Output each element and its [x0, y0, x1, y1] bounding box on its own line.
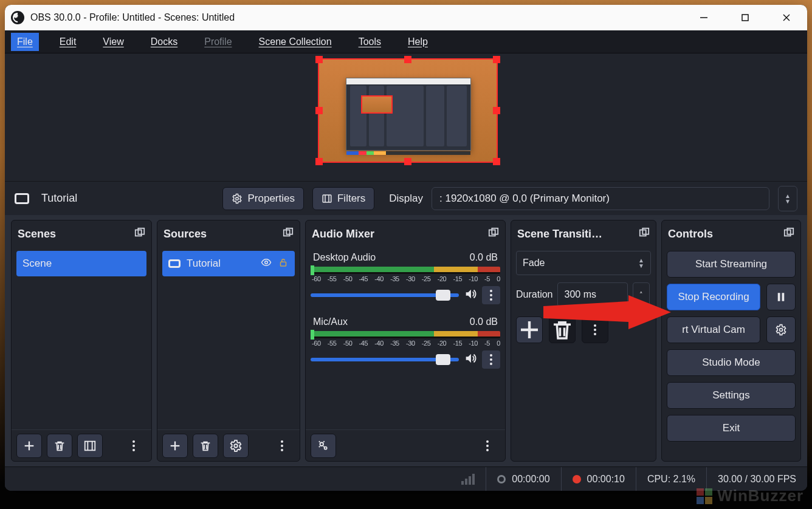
svg-point-4	[236, 197, 239, 200]
preview-thumbnail	[319, 60, 497, 162]
transitions-title: Scene Transiti…	[517, 228, 602, 241]
transition-properties-button[interactable]	[582, 316, 608, 343]
source-item[interactable]: Tutorial	[162, 251, 295, 276]
stream-time: 00:00:00	[486, 467, 560, 491]
channel-level: 0.0 dB	[470, 316, 498, 327]
start-streaming-button[interactable]: Start Streaming	[667, 251, 796, 278]
svg-rect-39	[782, 293, 785, 301]
remove-transition-button[interactable]	[549, 316, 576, 343]
svg-rect-5	[323, 195, 331, 202]
volume-slider[interactable]	[311, 358, 459, 361]
resize-handle[interactable]	[493, 56, 500, 63]
svg-rect-20	[281, 262, 286, 266]
settings-button[interactable]: Settings	[667, 382, 796, 409]
audio-mixer-panel: Audio Mixer Desktop Audio0.0 dB -60-55-5…	[305, 220, 506, 462]
menu-docks[interactable]: Docks	[145, 33, 184, 51]
display-select[interactable]: : 1920x1080 @ 0,0 (Primary Monitor)	[432, 187, 769, 210]
preview-area[interactable]	[5, 53, 807, 181]
pause-recording-button[interactable]	[766, 284, 796, 310]
resize-handle[interactable]	[315, 56, 323, 63]
scene-filter-button[interactable]	[77, 434, 103, 458]
transition-select[interactable]: Fade ▲▼	[516, 251, 651, 275]
controls-title: Controls	[668, 228, 713, 241]
menu-help[interactable]: Help	[402, 33, 434, 51]
channel-menu-button[interactable]	[482, 286, 500, 304]
mixer-channel: Desktop Audio0.0 dB -60-55-50-45-40-35-3…	[311, 251, 500, 304]
menu-scene-collection[interactable]: Scene Collection	[253, 33, 338, 51]
selected-source-bounds[interactable]	[318, 58, 498, 163]
display-spinner[interactable]: ▲▼	[778, 186, 797, 211]
display-icon	[168, 259, 181, 268]
source-properties-button[interactable]	[223, 434, 249, 458]
minimize-button[interactable]	[693, 9, 715, 26]
add-source-button[interactable]	[162, 434, 188, 458]
resize-handle[interactable]	[404, 158, 411, 165]
resize-handle[interactable]	[493, 158, 500, 165]
resize-handle[interactable]	[315, 158, 323, 165]
menu-edit[interactable]: Edit	[53, 33, 83, 51]
obs-logo-icon	[11, 11, 24, 24]
stream-idle-icon	[497, 475, 506, 483]
svg-rect-14	[85, 441, 95, 450]
svg-point-40	[780, 329, 783, 332]
svg-rect-38	[778, 293, 780, 301]
menu-tools[interactable]: Tools	[353, 33, 387, 51]
transitions-panel: Scene Transiti… Fade ▲▼ Duration 300 ms …	[511, 220, 656, 462]
visibility-toggle-icon[interactable]	[261, 257, 272, 271]
advanced-audio-button[interactable]	[311, 434, 336, 458]
svg-rect-1	[742, 15, 748, 21]
channel-menu-button[interactable]	[482, 350, 500, 369]
virtual-cam-settings-button[interactable]	[766, 316, 796, 343]
channel-name: Mic/Aux	[313, 316, 348, 327]
controls-panel: Controls Start Streaming Stop Recording …	[661, 220, 801, 462]
remove-source-button[interactable]	[193, 434, 218, 458]
menu-view[interactable]: View	[97, 33, 129, 51]
record-time: 00:00:10	[561, 467, 636, 491]
undock-icon[interactable]	[488, 227, 499, 241]
source-menu-button[interactable]	[269, 434, 295, 458]
sources-title: Sources	[163, 228, 207, 241]
resize-handle[interactable]	[493, 107, 500, 114]
studio-mode-button[interactable]: Studio Mode	[667, 349, 796, 376]
remove-scene-button[interactable]	[47, 434, 72, 458]
add-transition-button[interactable]	[516, 316, 543, 343]
exit-button[interactable]: Exit	[667, 415, 796, 442]
close-button[interactable]	[776, 9, 797, 26]
statusbar: 00:00:00 00:00:10 CPU: 2.1% 30.00 / 30.0…	[5, 466, 807, 491]
maximize-button[interactable]	[734, 9, 756, 26]
resize-handle[interactable]	[315, 107, 323, 114]
menu-file[interactable]: File	[11, 33, 39, 51]
stop-recording-button[interactable]: Stop Recording	[667, 284, 760, 310]
add-scene-button[interactable]	[16, 434, 42, 458]
titlebar: OBS 30.0.0 - Profile: Untitled - Scenes:…	[5, 5, 807, 30]
duration-input[interactable]: 300 ms	[557, 282, 628, 307]
undock-icon[interactable]	[639, 227, 650, 241]
source-toolbar: Tutorial Properties Filters Display : 19…	[5, 181, 807, 215]
resize-handle[interactable]	[404, 56, 411, 63]
vu-meter	[311, 267, 500, 274]
volume-slider[interactable]	[311, 293, 459, 297]
scenes-title: Scenes	[18, 228, 56, 241]
duration-spinner[interactable]: ˄	[633, 282, 650, 307]
network-indicator	[450, 467, 486, 491]
undock-icon[interactable]	[283, 227, 294, 241]
undock-icon[interactable]	[134, 227, 145, 241]
fps: 30.00 / 30.00 FPS	[706, 467, 807, 491]
undock-icon[interactable]	[783, 227, 794, 241]
properties-button[interactable]: Properties	[222, 187, 303, 210]
scene-menu-button[interactable]	[121, 434, 146, 458]
svg-point-29	[325, 446, 327, 449]
menu-profile[interactable]: Profile	[198, 33, 238, 51]
mute-icon[interactable]	[464, 352, 477, 367]
scenes-panel: Scenes Scene	[11, 220, 152, 462]
mixer-menu-button[interactable]	[475, 434, 500, 458]
svg-point-19	[265, 261, 268, 264]
scene-item[interactable]: Scene	[16, 251, 146, 276]
mute-icon[interactable]	[464, 287, 477, 303]
channel-level: 0.0 dB	[470, 252, 498, 263]
virtual-cam-button[interactable]: rt Virtual Cam	[667, 316, 760, 343]
lock-toggle-icon[interactable]	[278, 257, 289, 271]
filters-button[interactable]: Filters	[312, 187, 374, 210]
db-scale: -60-55-50-45-40-35-30-25-20-15-10-50	[311, 274, 500, 282]
channel-name: Desktop Audio	[313, 252, 376, 263]
